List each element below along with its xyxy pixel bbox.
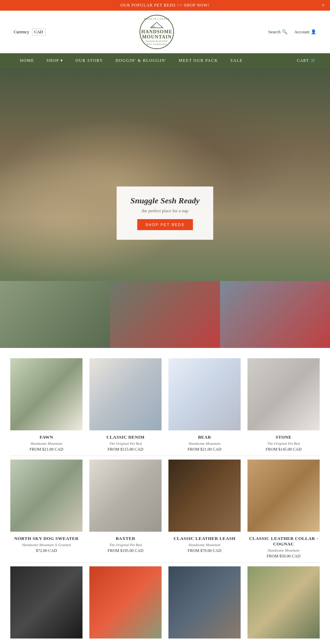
currency-label: Currency <box>14 30 29 35</box>
logo-line4: Handcrafted <box>146 40 168 43</box>
product-card[interactable]: BEARHandsome MountainFROM $21.00 CAD <box>168 358 241 452</box>
strip-item-1[interactable] <box>0 281 110 348</box>
product-image <box>248 358 320 430</box>
product-image <box>89 566 162 639</box>
product-card[interactable]: DEEP DARK PLAIDHandsome MountainFROM $21… <box>168 566 241 644</box>
strip-item-2[interactable] <box>110 281 220 348</box>
product-image <box>168 460 241 532</box>
hero-image <box>0 68 330 281</box>
product-card[interactable]: FAWNHandsome MountainFROM $21.00 CAD <box>10 358 82 452</box>
product-card[interactable]: BAXTER POOP BAG HOLDERHandsome Mountain$… <box>89 566 162 644</box>
product-image-sim <box>89 566 162 639</box>
product-name: BEAR <box>168 434 241 440</box>
product-brand: Handsome Mountain <box>168 543 241 547</box>
product-price: $72.00 CAD <box>10 548 82 553</box>
account-icon: 👤 <box>311 29 316 35</box>
product-card[interactable]: BAXTERThe Original Pet BedFROM $195.00 C… <box>89 460 162 559</box>
svg-marker-1 <box>151 25 156 28</box>
product-image-sim <box>168 460 241 532</box>
product-card[interactable]: CLASSIC LEATHER COLLAR - BLACKHandsome M… <box>10 566 82 644</box>
product-name: BAXTER <box>89 536 162 541</box>
hero-background <box>0 68 330 281</box>
product-price: FROM $70.00 CAD <box>168 548 241 553</box>
product-card[interactable]: CLASSIC LEATHER LEASHHandsome MountainFR… <box>168 460 241 559</box>
shop-pet-beds-button[interactable]: SHOP PET BEDS <box>137 219 193 230</box>
hero-subtext: the perfect place for a nap <box>130 208 199 214</box>
currency-value[interactable]: CAD <box>32 29 45 36</box>
product-price: FROM $195.00 CAD <box>89 548 162 553</box>
product-image-sim <box>248 358 320 430</box>
product-image <box>168 358 241 430</box>
top-banner: OUR POPULAR PET BEDS >> SHOP NOW! × <box>0 0 330 11</box>
product-name: FAWN <box>10 434 82 440</box>
product-image <box>248 566 320 639</box>
cart-button[interactable]: Cart 🛒 <box>297 58 316 63</box>
product-image <box>10 460 82 532</box>
product-name: DEEP DARK PLAID <box>168 643 241 644</box>
product-name: CLASSIC LEATHER LEASH <box>168 536 241 541</box>
product-image-sim <box>10 358 82 430</box>
cart-label: Cart <box>297 58 309 63</box>
logo-line5: PET SUPPLIES <box>147 43 167 46</box>
product-card[interactable]: DOCKSIDEThe Original Pet BedFROM $115.00… <box>248 566 320 644</box>
search-icon: 🔍 <box>282 29 287 35</box>
product-brand: The Original Pet Bed <box>248 441 320 445</box>
product-price: FROM $21.00 CAD <box>10 447 82 452</box>
products-grid-row1: FAWNHandsome MountainFROM $21.00 CADCLAS… <box>10 358 320 452</box>
product-image-sim <box>168 566 241 639</box>
products-section: FAWNHandsome MountainFROM $21.00 CADCLAS… <box>0 348 330 644</box>
banner-close[interactable]: × <box>322 3 325 8</box>
product-card[interactable]: NORTH SKY DOG SWEATERHandsome Mountain X… <box>10 460 82 559</box>
product-name: NORTH SKY DOG SWEATER <box>10 536 82 541</box>
logo-line1: MADE IN CANADA <box>144 18 170 21</box>
nav-links: HOME SHOP ▾ OUR STORY DOGGIN' & BLOGGIN'… <box>14 53 249 68</box>
products-grid-row3: CLASSIC LEATHER COLLAR - BLACKHandsome M… <box>10 566 320 644</box>
product-brand: The Original Pet Bed <box>89 441 162 445</box>
header: Currency CAD MADE IN CANADA HANDSOME MOU… <box>0 11 330 53</box>
nav-blog[interactable]: DOGGIN' & BLOGGIN' <box>109 53 173 68</box>
product-name: DOCKSIDE <box>248 643 320 644</box>
products-grid-row2: NORTH SKY DOG SWEATERHandsome Mountain X… <box>10 460 320 559</box>
nav-shop[interactable]: SHOP ▾ <box>40 53 69 68</box>
nav-meet-pack[interactable]: MEET OUR PACK <box>173 53 224 68</box>
product-name: STONE <box>248 434 320 440</box>
logo-mountain-icon <box>150 22 164 29</box>
logo-line2: HANDSOME <box>141 29 172 34</box>
banner-text: OUR POPULAR PET BEDS >> SHOP NOW! <box>120 3 209 8</box>
site-logo[interactable]: MADE IN CANADA HANDSOME MOUNTAIN Handcra… <box>45 15 268 49</box>
account-link[interactable]: Account 👤 <box>294 29 316 35</box>
product-image <box>89 460 162 532</box>
product-card[interactable]: STONEThe Original Pet BedFROM $145.00 CA… <box>248 358 320 452</box>
hero-section: Snuggle Sesh Ready the perfect place for… <box>0 68 330 281</box>
product-price: FROM $115.00 CAD <box>89 447 162 452</box>
product-name: CLASSIC LEATHER COLLAR - BLACK <box>10 643 82 644</box>
search-link[interactable]: Search 🔍 <box>268 29 287 35</box>
hero-heading: Snuggle Sesh Ready <box>130 196 199 205</box>
product-name: CLASSIC LEATHER COLLAR - COGNAC <box>248 536 320 547</box>
currency-selector: Currency CAD <box>14 29 45 36</box>
product-image <box>168 566 241 639</box>
product-name: CLASSIC DENIM <box>89 434 162 440</box>
nav-sale[interactable]: SALE <box>224 53 249 68</box>
product-brand: The Original Pet Bed <box>89 543 162 547</box>
nav-our-story[interactable]: OUR STORY <box>69 53 109 68</box>
strip-item-3[interactable] <box>220 281 330 348</box>
product-image <box>10 358 82 430</box>
product-price: FROM $21.00 CAD <box>168 447 241 452</box>
product-card[interactable]: CLASSIC LEATHER COLLAR - COGNACHandsome … <box>248 460 320 559</box>
product-image-sim <box>89 460 162 532</box>
product-card[interactable]: CLASSIC DENIMThe Original Pet BedFROM $1… <box>89 358 162 452</box>
product-image <box>89 358 162 430</box>
product-image-sim <box>89 358 162 430</box>
nav-home[interactable]: HOME <box>14 53 40 68</box>
product-price: FROM $50.00 CAD <box>248 554 320 559</box>
product-brand: Handsome Mountain X Granted <box>10 543 82 547</box>
product-image-sim <box>10 566 82 639</box>
header-actions: Search 🔍 Account 👤 <box>268 29 316 35</box>
cart-icon: 🛒 <box>311 58 316 63</box>
product-brand: Handsome Mountain <box>10 441 82 445</box>
product-image-sim <box>168 358 241 430</box>
hero-card: Snuggle Sesh Ready the perfect place for… <box>117 187 213 240</box>
product-brand: Handsome Mountain <box>248 548 320 552</box>
photo-strip <box>0 281 330 348</box>
